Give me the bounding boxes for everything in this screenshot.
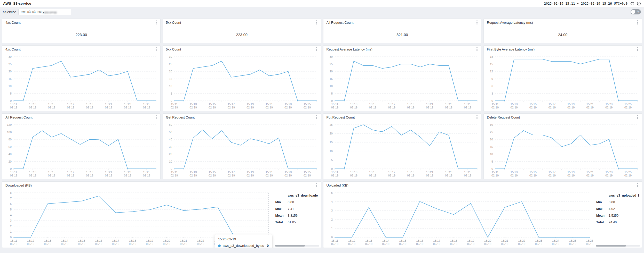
svg-text:5: 5 — [331, 92, 332, 95]
svg-text:15:21: 15:21 — [105, 103, 112, 106]
kebab-menu-icon[interactable] — [476, 49, 478, 50]
svg-text:15:11: 15:11 — [171, 171, 178, 174]
line-chart-request-avg-latency[interactable]: 05101520253015:1102-1915:1302-1915:1502-… — [323, 53, 481, 111]
svg-text:15:11: 15:11 — [492, 171, 499, 174]
line-chart-5xx-count[interactable]: 05101520253015:1102-1915:1302-1915:1502-… — [163, 53, 321, 111]
svg-text:02-19: 02-19 — [450, 242, 457, 246]
svg-text:02-19: 02-19 — [189, 106, 197, 109]
kebab-menu-icon[interactable] — [637, 22, 638, 23]
kebab-menu-icon[interactable] — [637, 117, 638, 118]
line-chart-get-request-count[interactable]: 010203040506015:1102-1915:1302-1915:1502… — [163, 121, 321, 179]
svg-text:02-19: 02-19 — [369, 106, 376, 109]
svg-text:02-19: 02-19 — [143, 106, 150, 109]
svg-text:15:15: 15:15 — [209, 171, 216, 174]
svg-text:5: 5 — [171, 92, 172, 95]
refresh-icon[interactable] — [630, 2, 634, 6]
kebab-menu-icon[interactable] — [637, 185, 638, 186]
legend-scrollbar[interactable] — [275, 245, 319, 247]
info-icon[interactable] — [637, 2, 641, 6]
svg-text:30: 30 — [329, 55, 332, 58]
panel-title: All Request Count — [327, 21, 354, 24]
svg-text:15:11: 15:11 — [331, 103, 338, 106]
svg-text:5: 5 — [10, 92, 12, 95]
svg-text:40: 40 — [9, 153, 12, 156]
kebab-menu-icon[interactable] — [476, 117, 478, 118]
svg-text:02-19: 02-19 — [304, 106, 311, 109]
kebab-menu-icon[interactable] — [637, 49, 638, 50]
service-input[interactable]: aws-s3::s3-test-ygpg-gangg — [18, 9, 71, 15]
svg-text:15: 15 — [329, 141, 332, 144]
kebab-menu-icon[interactable] — [316, 49, 317, 50]
svg-text:02-19: 02-19 — [399, 242, 406, 246]
panel-all-request-count-stat: All Request Count 821.00 — [323, 19, 482, 43]
svg-text:02-19: 02-19 — [163, 242, 170, 246]
kebab-menu-icon[interactable] — [156, 49, 157, 50]
svg-text:0: 0 — [171, 99, 172, 102]
svg-text:15:11: 15:11 — [10, 171, 17, 174]
legend-series-name: aws_s3_uploaded_bytes — [609, 194, 639, 197]
svg-text:02-19: 02-19 — [491, 174, 499, 177]
time-range-picker[interactable]: 2023-02-19 15:11 ~ 2023-02-19 15:26 UTC+… — [544, 2, 627, 5]
svg-text:15:17: 15:17 — [228, 103, 235, 106]
svg-text:02-19: 02-19 — [112, 242, 119, 246]
legend-stat-value: 24.40 — [609, 221, 639, 224]
service-input-value: aws-s3::s3-test-y — [21, 10, 44, 14]
svg-text:15:25: 15:25 — [569, 239, 576, 242]
variable-visibility-toggle[interactable]: V — [631, 9, 641, 14]
svg-text:0: 0 — [331, 99, 332, 102]
svg-text:15:23: 15:23 — [445, 103, 452, 106]
svg-text:02-19: 02-19 — [501, 242, 508, 246]
svg-text:15:13: 15:13 — [350, 103, 357, 106]
svg-text:15:20: 15:20 — [484, 239, 491, 242]
svg-text:15:21: 15:21 — [266, 171, 273, 174]
tooltip-series-name: aws_s3_downloaded_bytes — [223, 244, 264, 248]
svg-text:1: 1 — [10, 230, 12, 233]
svg-text:30: 30 — [9, 55, 12, 58]
svg-text:15:15: 15:15 — [530, 171, 537, 174]
line-chart-delete-request-count[interactable]: 05101520253015:1102-1915:1302-1915:1502-… — [484, 121, 642, 179]
svg-text:15:19: 15:19 — [407, 103, 414, 106]
stat-value: 223.00 — [2, 26, 160, 43]
svg-text:15:17: 15:17 — [548, 103, 556, 106]
svg-text:15:23: 15:23 — [124, 103, 131, 106]
header-right: 2023-02-19 15:11 ~ 2023-02-19 15:26 UTC+… — [544, 2, 641, 6]
panel-title: 4xx Count — [5, 47, 21, 51]
kebab-menu-icon[interactable] — [316, 22, 317, 23]
line-chart-uploaded-kb[interactable]: 01234515:1102-1915:1202-1915:1302-1915:1… — [323, 189, 594, 248]
svg-text:02-19: 02-19 — [348, 242, 355, 246]
line-chart-all-request-count[interactable]: 02040608010012015:1102-1915:1302-1915:15… — [2, 121, 160, 179]
line-chart-first-byte-latency[interactable]: 036912151815:1102-1915:1302-1915:1502-19… — [484, 53, 642, 111]
svg-text:0: 0 — [10, 236, 12, 239]
line-chart-put-request-count[interactable]: 051015202515:1102-1915:1302-1915:1502-19… — [323, 121, 481, 179]
panel-downloaded-kb: Downloaded (KB) 01234567815:1102-1915:12… — [2, 181, 321, 248]
svg-text:15:24: 15:24 — [552, 239, 559, 242]
svg-text:15:16: 15:16 — [95, 239, 102, 242]
legend-scrollbar[interactable] — [596, 245, 640, 247]
svg-text:02-19: 02-19 — [445, 106, 452, 109]
svg-text:02-19: 02-19 — [388, 174, 395, 177]
kebab-menu-icon[interactable] — [156, 22, 157, 23]
svg-text:02-19: 02-19 — [171, 106, 178, 109]
kebab-menu-icon[interactable] — [476, 22, 478, 23]
line-chart-4xx-count[interactable]: 05101520253015:1102-1915:1302-1915:1502-… — [2, 53, 160, 111]
svg-text:02-19: 02-19 — [29, 174, 36, 177]
svg-text:02-19: 02-19 — [247, 106, 254, 109]
kebab-menu-icon[interactable] — [156, 117, 157, 118]
chart-legend: aws_s3_uploaded_bytes Min0.00 Max4.02 Me… — [594, 189, 642, 248]
kebab-menu-icon[interactable] — [316, 185, 317, 186]
svg-text:02-19: 02-19 — [518, 242, 525, 246]
kebab-menu-icon[interactable] — [316, 117, 317, 118]
svg-text:02-19: 02-19 — [265, 174, 273, 177]
svg-text:02-19: 02-19 — [284, 174, 292, 177]
svg-text:10: 10 — [329, 85, 332, 88]
legend-stat-label: Total — [275, 221, 288, 224]
legend-stat-value: 0.00 — [288, 200, 318, 204]
svg-text:02-19: 02-19 — [10, 106, 17, 109]
svg-text:02-19: 02-19 — [567, 106, 575, 109]
panel-title: Get Request Count — [166, 115, 195, 119]
svg-text:15:19: 15:19 — [86, 103, 93, 106]
svg-text:15:21: 15:21 — [586, 103, 594, 106]
panel-title: Put Request Count — [327, 115, 355, 119]
svg-text:02-19: 02-19 — [586, 242, 593, 246]
svg-text:02-19: 02-19 — [464, 106, 471, 109]
